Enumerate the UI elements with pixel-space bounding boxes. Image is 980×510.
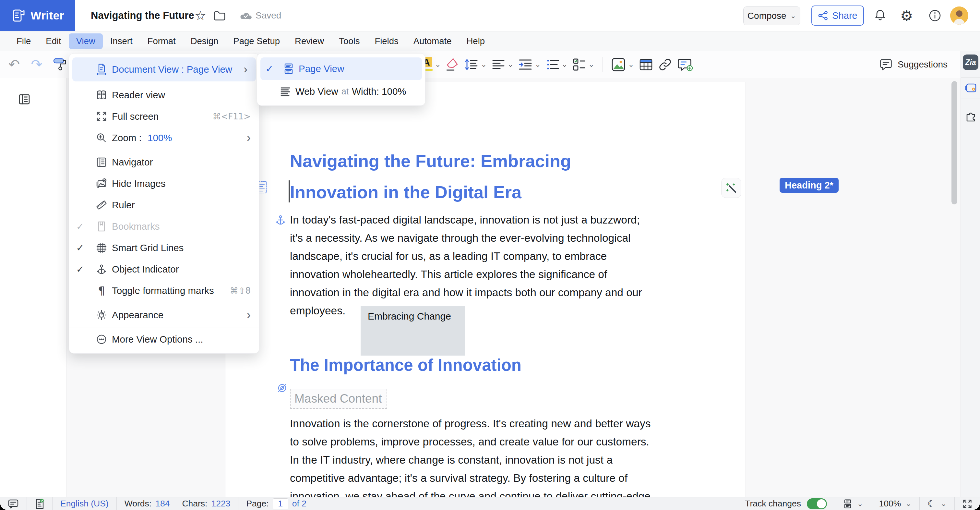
paragraph-line: competitive advantage; it's a survival s… xyxy=(290,469,651,487)
extensions-puzzle-icon[interactable] xyxy=(965,110,977,122)
share-button[interactable]: Share xyxy=(811,5,864,26)
left-panel xyxy=(0,78,67,497)
redo-icon[interactable]: ↷ xyxy=(31,58,42,72)
track-changes-toggle[interactable] xyxy=(807,498,827,509)
page-number-input[interactable]: 1 xyxy=(273,498,288,509)
app-name: Writer xyxy=(30,9,64,22)
chevron-down-icon[interactable]: ⌄ xyxy=(435,61,441,68)
paragraph-line: innovation wholeheartedly. This article … xyxy=(290,265,642,284)
zia-label: Zia xyxy=(965,58,976,67)
chevron-down-icon[interactable]: ⌄ xyxy=(562,61,568,68)
chevron-down-icon[interactable]: ⌄ xyxy=(588,61,594,68)
checklist-button[interactable]: ⌄ xyxy=(573,57,594,72)
zia-assistant-icon[interactable]: Zia xyxy=(963,54,978,70)
masked-content-eye-off-icon[interactable] xyxy=(276,382,288,394)
folder-icon[interactable] xyxy=(213,0,226,31)
line-spacing-button[interactable]: ⌄ xyxy=(464,57,487,72)
menu-review[interactable]: Review xyxy=(287,33,331,49)
menu-item-appearance[interactable]: Appearance › xyxy=(69,304,259,326)
chevron-down-icon[interactable]: ⌄ xyxy=(480,61,487,68)
menu-item-bookmarks[interactable]: ✓ Bookmarks xyxy=(69,216,259,237)
menu-item-document-view[interactable]: Document View : Page View › xyxy=(72,57,256,81)
navigator-toggle-icon[interactable] xyxy=(18,93,30,105)
paragraph-2[interactable]: Innovation is the cornerstone of progres… xyxy=(290,414,651,497)
writer-app-window: Writer Navigating the Future ☆ Saved Com… xyxy=(0,0,980,510)
page-indicator[interactable]: Page: 1 of 2 xyxy=(239,497,314,510)
paragraph-line: landscape, it's crucial for us, as a lea… xyxy=(290,247,642,265)
menu-automate[interactable]: Automate xyxy=(406,33,459,49)
menu-item-zoom[interactable]: Zoom : 100% › xyxy=(69,127,259,148)
suggestions-button[interactable]: Suggestions xyxy=(880,51,948,78)
document-heading-1[interactable]: Navigating the Future: Embracing Innovat… xyxy=(290,145,715,208)
masked-content-block[interactable]: Masked Content xyxy=(290,389,387,409)
document-heading-2[interactable]: The Importance of Innovation xyxy=(290,355,522,375)
submenu-item-web-view[interactable]: Web View at Width: 100% xyxy=(257,81,425,102)
undo-icon[interactable]: ↶ xyxy=(8,58,20,72)
comments-panel-icon[interactable] xyxy=(965,83,977,93)
menu-page-setup[interactable]: Page Setup xyxy=(226,33,287,49)
menu-edit[interactable]: Edit xyxy=(38,33,68,49)
spellcheck-status-icon[interactable] xyxy=(27,497,52,510)
insert-link-button[interactable] xyxy=(658,57,672,72)
chevron-down-icon[interactable]: ⌄ xyxy=(535,61,541,68)
menu-file[interactable]: File xyxy=(9,33,38,49)
hide-images-icon xyxy=(91,178,112,189)
image-placeholder[interactable]: Embracing Change xyxy=(361,306,465,355)
indent-button[interactable]: ⌄ xyxy=(518,57,541,72)
page-view-icon xyxy=(278,63,299,75)
menu-item-smart-grid-lines[interactable]: ✓ Smart Grid Lines xyxy=(69,237,259,258)
insert-table-button[interactable] xyxy=(639,57,653,72)
paragraph-line: innovation, we stay ahead of the curve a… xyxy=(290,487,651,497)
clear-formatting-button[interactable] xyxy=(445,57,459,72)
chevron-down-icon[interactable]: ⌄ xyxy=(508,61,513,68)
word-count[interactable]: Words: 184 Chars: 1223 xyxy=(117,497,239,510)
menu-format[interactable]: Format xyxy=(140,33,183,49)
submenu-item-page-view[interactable]: ✓ Page View xyxy=(260,57,422,80)
reader-view-icon xyxy=(91,89,112,100)
user-avatar[interactable] xyxy=(950,6,968,25)
menu-tools[interactable]: Tools xyxy=(331,33,367,49)
compose-button[interactable]: Compose ⌄ xyxy=(743,6,800,25)
menu-item-object-indicator[interactable]: ✓ Object Indicator xyxy=(69,258,259,280)
menu-help[interactable]: Help xyxy=(459,33,492,49)
menu-separator xyxy=(69,150,259,150)
menu-fields[interactable]: Fields xyxy=(367,33,406,49)
menu-separator xyxy=(69,303,259,303)
ai-wand-button[interactable] xyxy=(721,178,741,198)
menu-view[interactable]: View xyxy=(69,33,103,49)
menu-item-label: Object Indicator xyxy=(112,264,259,275)
menu-item-more-view-options[interactable]: More View Options ... xyxy=(69,328,259,350)
zoom-value: 100% xyxy=(148,132,172,143)
menu-design[interactable]: Design xyxy=(183,33,226,49)
zoom-control[interactable]: 100% ⌄ xyxy=(871,497,919,510)
menu-item-hide-images[interactable]: Hide Images xyxy=(69,173,259,194)
style-badge: Heading 2* xyxy=(780,178,838,193)
menu-item-navigator[interactable]: Navigator xyxy=(69,151,259,173)
help-info-icon[interactable] xyxy=(928,0,942,31)
chevron-down-icon[interactable]: ⌄ xyxy=(628,61,634,68)
paragraph-1[interactable]: In today's fast-paced digital landscape,… xyxy=(290,211,642,320)
add-comment-button[interactable] xyxy=(677,57,693,72)
menu-item-toggle-formatting-marks[interactable]: ¶ Toggle formatting marks ⌘⇧8 xyxy=(69,280,259,301)
dark-mode-control[interactable]: ☾ ⌄ xyxy=(920,497,955,510)
bullet-list-button[interactable]: ⌄ xyxy=(546,57,568,72)
smart-grid-lines-icon xyxy=(91,242,112,253)
view-mode-switcher[interactable]: ⌄ xyxy=(835,497,871,510)
menu-item-ruler[interactable]: Ruler xyxy=(69,194,259,216)
insert-image-button[interactable]: ⌄ xyxy=(611,57,634,72)
settings-gear-icon[interactable]: ⚙ xyxy=(900,0,913,31)
writer-logo[interactable]: Writer xyxy=(0,0,75,31)
submenu-chevron-icon: › xyxy=(247,132,259,144)
menu-insert[interactable]: Insert xyxy=(103,33,140,49)
format-painter-icon[interactable] xyxy=(53,57,67,72)
document-title[interactable]: Navigating the Future xyxy=(91,0,194,31)
align-button[interactable]: ⌄ xyxy=(492,57,513,72)
track-changes-label: Track changes xyxy=(745,499,801,509)
menu-item-reader-view[interactable]: Reader view xyxy=(69,84,259,106)
notifications-bell-icon[interactable] xyxy=(873,0,887,31)
vertical-scrollbar-thumb[interactable] xyxy=(951,81,957,204)
paragraph-line: In today's fast-paced digital landscape,… xyxy=(290,211,642,229)
language-selector[interactable]: English (US) xyxy=(52,497,116,510)
favorite-star-icon[interactable]: ☆ xyxy=(194,0,206,31)
menu-item-full-screen[interactable]: Full screen ⌘<F11> xyxy=(69,106,259,127)
